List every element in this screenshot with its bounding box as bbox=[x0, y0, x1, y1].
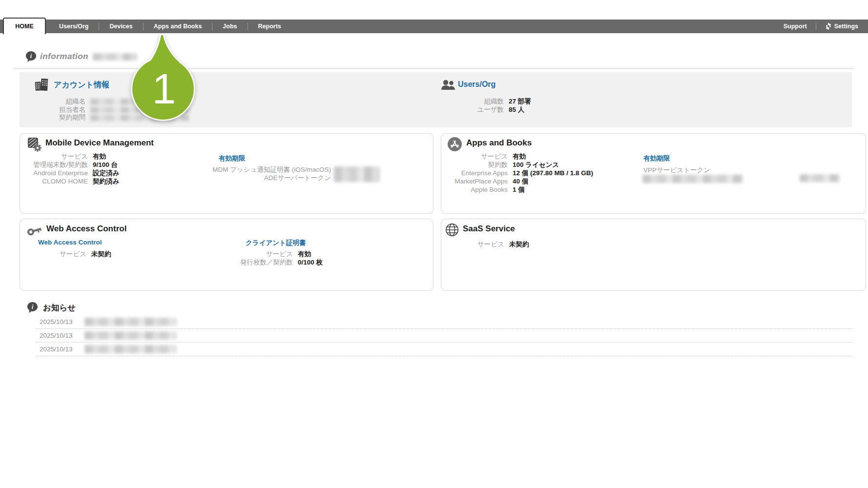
notice-date: 2025/10/13 bbox=[37, 332, 84, 339]
mdm-device-icon bbox=[27, 137, 41, 152]
mdm-card-title: Mobile Device Management bbox=[45, 138, 154, 148]
mdm-rows: サービス有効 管理端末数/契約数9/100 台 Android Enterpri… bbox=[24, 152, 119, 185]
tab-reports[interactable]: Reports bbox=[248, 23, 291, 30]
nav-right: Support Settings bbox=[775, 20, 858, 33]
tab-users-org[interactable]: Users/Org bbox=[49, 23, 99, 30]
support-link[interactable]: Support bbox=[775, 23, 816, 30]
vpp-token-label: VPPサービストークン bbox=[643, 166, 710, 175]
info-bubble-icon: i bbox=[25, 51, 37, 62]
svg-text:i: i bbox=[30, 53, 32, 60]
mdm-row-push-cert: MDM プッシュ通知証明書 (iOS/macOS) bbox=[203, 165, 336, 174]
mdm-row-devices: 管理端末数/契約数9/100 台 bbox=[24, 161, 119, 169]
tab-jobs[interactable]: Jobs bbox=[212, 23, 247, 30]
cert-row-service: サービス有効 bbox=[215, 250, 323, 258]
notice-row[interactable]: 2025/10/13 bbox=[37, 343, 852, 356]
svg-text:i: i bbox=[32, 304, 34, 310]
nav-tabs: Users/Org Devices Apps and Books Jobs Re… bbox=[49, 20, 291, 33]
notices-title: お知らせ bbox=[43, 303, 76, 313]
step-number: 1 bbox=[152, 64, 176, 113]
wac-link[interactable]: Web Access Control bbox=[38, 239, 102, 246]
redacted-vpp-extra bbox=[800, 174, 840, 182]
apps-books-card-title: Apps and Books bbox=[466, 138, 532, 148]
users-icon bbox=[441, 80, 455, 90]
notice-date: 2025/10/13 bbox=[37, 346, 84, 353]
mdm-row-ade-token: ADEサーバートークン bbox=[203, 174, 336, 182]
redacted-vpp-token bbox=[642, 175, 743, 183]
key-icon bbox=[26, 224, 42, 236]
saas-rows: サービス未契約 bbox=[442, 240, 529, 248]
wac-card-title: Web Access Control bbox=[46, 224, 126, 234]
tab-devices[interactable]: Devices bbox=[99, 23, 143, 30]
saas-row-service: サービス未契約 bbox=[442, 240, 529, 248]
users-org-section-title[interactable]: Users/Org bbox=[458, 80, 496, 89]
settings-link[interactable]: Settings bbox=[816, 23, 858, 30]
wac-rows: サービス未契約 bbox=[30, 250, 111, 258]
apps-row-licenses: 契約数100 ライセンス bbox=[442, 161, 593, 169]
cert-row-issued: 発行枚数／契約数0/100 枚 bbox=[215, 258, 323, 266]
mdm-row-android-enterprise: Android Enterprise設定済み bbox=[24, 169, 119, 177]
users-org-row-user-count: ユーザ数 85 人 bbox=[465, 106, 531, 114]
app-store-icon bbox=[447, 137, 462, 152]
mdm-row-service: サービス有効 bbox=[24, 152, 119, 161]
mdm-expiry-link[interactable]: 有効期限 bbox=[219, 154, 245, 163]
gear-icon bbox=[825, 23, 832, 30]
notices-list: 2025/10/13 2025/10/13 2025/10/13 bbox=[37, 315, 852, 356]
tab-apps-and-books[interactable]: Apps and Books bbox=[144, 23, 212, 30]
apps-books-rows: サービス有効 契約数100 ライセンス Enterprise Apps12 個 … bbox=[442, 152, 593, 194]
mdm-row-clomo-home: CLOMO HOME契約済み bbox=[24, 177, 119, 185]
redacted-notice-text bbox=[84, 331, 176, 340]
saas-card-title: SaaS Service bbox=[463, 224, 515, 234]
apps-row-service: サービス有効 bbox=[442, 152, 593, 161]
account-section-title: アカウント情報 bbox=[54, 80, 109, 90]
apps-row-marketplace-apps: MarketPlace Apps40 個 bbox=[442, 177, 593, 185]
redacted-notice-text bbox=[84, 345, 176, 353]
notice-row[interactable]: 2025/10/13 bbox=[37, 315, 852, 329]
apps-expiry-link[interactable]: 有効期限 bbox=[643, 154, 670, 163]
users-org-rows: 組織数 27 部署 ユーザ数 85 人 bbox=[465, 98, 531, 114]
client-cert-link[interactable]: クライアント証明書 bbox=[246, 239, 306, 247]
apps-row-enterprise-apps: Enterprise Apps12 個 (297.80 MB / 1.8 GB) bbox=[442, 169, 593, 177]
globe-icon bbox=[445, 223, 459, 237]
notice-row[interactable]: 2025/10/13 bbox=[37, 329, 852, 343]
notice-bubble-icon: i bbox=[27, 302, 38, 313]
step-1-marker: 1 bbox=[125, 32, 202, 125]
buildings-icon bbox=[34, 77, 50, 92]
client-cert-rows: サービス有効 発行枚数／契約数0/100 枚 bbox=[215, 250, 323, 266]
information-heading: information bbox=[40, 52, 88, 61]
wac-row-service: サービス未契約 bbox=[30, 250, 111, 258]
redacted-notice-text bbox=[84, 318, 176, 326]
users-org-row-org-count: 組織数 27 部署 bbox=[465, 98, 531, 106]
redacted-ade-token bbox=[334, 166, 380, 182]
tab-home-active[interactable]: HOME bbox=[3, 18, 46, 34]
settings-label: Settings bbox=[834, 23, 858, 30]
tab-home-label: HOME bbox=[15, 23, 34, 30]
clomo-home-page: HOME Users/Org Devices Apps and Books Jo… bbox=[0, 0, 868, 488]
mdm-cert-rows: MDM プッシュ通知証明書 (iOS/macOS) ADEサーバートークン bbox=[203, 165, 336, 182]
apps-row-apple-books: Apple Books1 個 bbox=[442, 185, 593, 194]
notice-date: 2025/10/13 bbox=[37, 318, 84, 325]
